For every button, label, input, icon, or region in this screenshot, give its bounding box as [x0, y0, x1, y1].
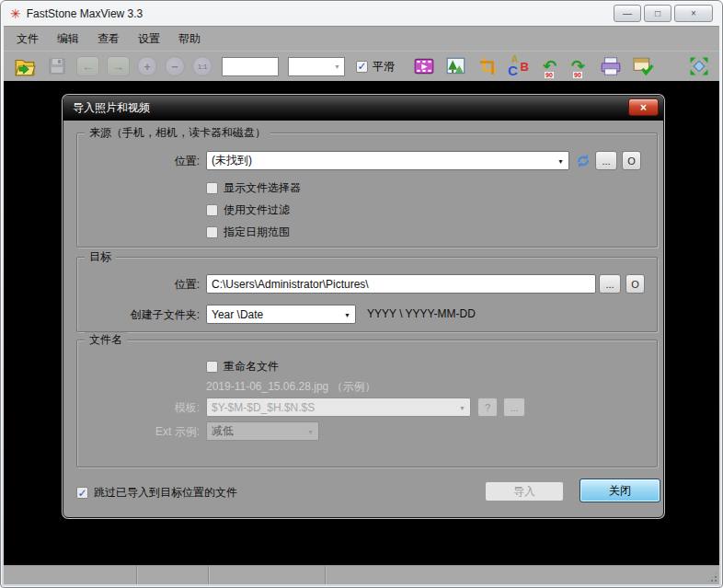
- import-button: 导入: [485, 481, 564, 502]
- ext-label: Ext 示例:: [77, 424, 200, 440]
- template-select: $Y-$M-$D_$H.$N.$S ▼: [206, 398, 471, 417]
- subfolder-example: YYYY \ YYYY-MM-DD: [367, 307, 476, 320]
- source-group-title: 来源（手机，相机，读卡器和磁盘）: [85, 125, 270, 141]
- help-label: ?: [485, 402, 490, 413]
- status-pane: [137, 566, 209, 584]
- use-file-filter-checkbox[interactable]: 使用文件过滤: [206, 202, 290, 218]
- refresh-icon[interactable]: [575, 153, 591, 169]
- checkbox-label: 跳过已导入到目标位置的文件: [94, 485, 237, 501]
- target-browse-button[interactable]: ...: [599, 274, 621, 294]
- open-label: O: [631, 279, 639, 290]
- skip-imported-checkbox[interactable]: ✓ 跳过已导入到目标位置的文件: [76, 485, 237, 501]
- checkbox-label: 重命名文件: [224, 359, 279, 375]
- dialog-title-bar: 导入照片和视频: [63, 96, 663, 121]
- source-location-value: (未找到): [212, 153, 252, 168]
- rotate-left-icon[interactable]: ↶90: [543, 58, 557, 75]
- zoom-value-input[interactable]: [222, 57, 279, 76]
- checkbox-label: 指定日期范围: [224, 225, 290, 240]
- rotate-left-badge: 90: [545, 72, 554, 78]
- slideshow-icon[interactable]: [411, 54, 436, 79]
- show-file-selector-checkbox[interactable]: 显示文件选择器: [206, 180, 301, 196]
- checkbox-box: [206, 182, 218, 194]
- menu-file[interactable]: 文件: [7, 28, 48, 51]
- checkbox-box: ✓: [76, 487, 88, 499]
- open-file-icon[interactable]: [12, 54, 37, 79]
- chevron-down-icon: ▼: [307, 429, 314, 435]
- fullscreen-icon[interactable]: [686, 54, 711, 79]
- template-label: 模板:: [77, 400, 200, 416]
- dialog-title: 导入照片和视频: [73, 100, 150, 116]
- zoom-out-icon: −: [165, 56, 185, 76]
- import-dialog: 导入照片和视频 × 来源（手机，相机，读卡器和磁盘） 位置: (未找到) ▼ .…: [63, 95, 664, 518]
- app-icon: ✳: [10, 7, 21, 20]
- close-icon: ×: [691, 8, 696, 18]
- source-browse-button[interactable]: ...: [595, 151, 617, 170]
- chevron-down-icon: ▼: [344, 312, 350, 318]
- subfolder-label: 创建子文件夹:: [77, 307, 200, 323]
- maximize-icon: □: [655, 8, 660, 18]
- letter-b-glyph: B: [521, 61, 529, 73]
- toolbar: ← → + − 1:1 ▼ ✓ 平滑: [4, 51, 719, 81]
- adjust-colors-icon[interactable]: A C B: [508, 55, 530, 77]
- dialog-close-button[interactable]: ×: [628, 98, 659, 116]
- zoom-in-icon: +: [137, 56, 157, 76]
- settings-check-icon[interactable]: [630, 54, 655, 79]
- source-location-select[interactable]: (未找到) ▼: [206, 151, 569, 170]
- source-open-button[interactable]: O: [622, 151, 641, 170]
- menu-help[interactable]: 帮助: [169, 28, 210, 51]
- next-arrow-glyph: →: [112, 60, 124, 74]
- chevron-down-icon: ▼: [459, 405, 465, 411]
- smooth-label: 平滑: [373, 59, 395, 75]
- menu-edit[interactable]: 编辑: [48, 28, 88, 51]
- import-button-label: 导入: [513, 484, 535, 500]
- checkbox-box: [206, 226, 218, 238]
- smooth-checkbox[interactable]: ✓: [356, 61, 368, 73]
- target-location-input[interactable]: [206, 274, 596, 294]
- close-button-label: 关闭: [609, 483, 631, 499]
- rotate-right-icon[interactable]: ↷90: [571, 58, 585, 75]
- plus-glyph: +: [143, 60, 151, 74]
- minimize-button[interactable]: —: [614, 5, 641, 22]
- status-bar: [4, 565, 719, 584]
- filename-group: 文件名 重命名文件 2019-11-06_15.06.28.jpg （示例） 模…: [76, 340, 658, 467]
- ellipsis-label: ...: [602, 156, 610, 167]
- dialog-close-icon: ×: [640, 101, 647, 114]
- target-open-button[interactable]: O: [625, 274, 645, 294]
- filename-group-title: 文件名: [85, 332, 127, 348]
- checkbox-label: 显示文件选择器: [224, 180, 301, 196]
- ellipsis-label: ...: [510, 402, 518, 413]
- close-dialog-button[interactable]: 关闭: [580, 478, 660, 502]
- minus-glyph: −: [171, 60, 178, 74]
- chevron-down-icon: ▼: [334, 63, 340, 70]
- maximize-button[interactable]: □: [644, 5, 671, 22]
- close-button[interactable]: ×: [674, 5, 713, 22]
- target-group-title: 目标: [85, 249, 116, 265]
- rotate-right-badge: 90: [573, 72, 582, 78]
- target-group: 目标 位置: ... O 创建子文件夹: Year \Date ▼ YYYY \…: [76, 257, 658, 332]
- ext-case-select: 减低 ▼: [206, 421, 319, 441]
- subfolder-select[interactable]: Year \Date ▼: [206, 305, 356, 324]
- menu-view[interactable]: 查看: [88, 28, 129, 51]
- previous-image-icon: ←: [76, 56, 99, 76]
- status-pane: [209, 566, 326, 584]
- checkbox-box: [206, 361, 218, 373]
- save-icon: [44, 54, 69, 79]
- status-pane: [326, 566, 719, 584]
- template-browse-button: ...: [503, 398, 525, 417]
- open-label: O: [627, 156, 636, 167]
- ellipsis-label: ...: [605, 279, 614, 290]
- source-location-label: 位置:: [77, 154, 200, 169]
- menu-bar: 文件 编辑 查看 设置 帮助: [4, 26, 719, 51]
- date-range-checkbox[interactable]: 指定日期范围: [206, 225, 290, 240]
- menu-settings[interactable]: 设置: [129, 28, 169, 51]
- window-title: FastStone MaxView 3.3: [27, 7, 143, 20]
- resize-image-icon[interactable]: [443, 54, 468, 79]
- actual-size-icon: 1:1: [192, 56, 212, 76]
- rename-files-checkbox[interactable]: 重命名文件: [206, 359, 279, 375]
- minimize-icon: —: [623, 8, 632, 18]
- next-image-icon: →: [107, 56, 130, 76]
- zoom-percent-select[interactable]: ▼: [288, 57, 345, 76]
- crop-icon[interactable]: [476, 54, 500, 79]
- print-icon[interactable]: [598, 54, 623, 79]
- letter-c-glyph: C: [508, 63, 518, 77]
